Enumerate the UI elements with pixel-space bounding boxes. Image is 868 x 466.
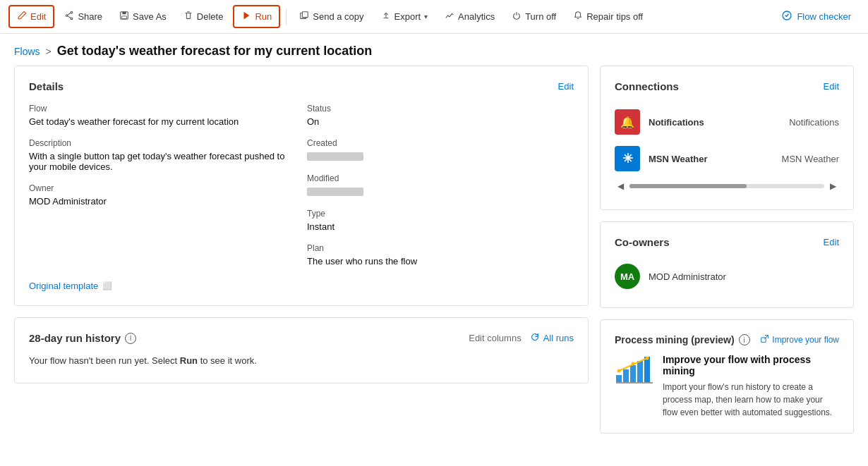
detail-plan: Plan The user who runs the flow (307, 243, 574, 266)
process-mining-text: Improve your flow with process mining Im… (663, 354, 839, 419)
detail-flow-label: Flow (29, 104, 296, 114)
detail-created-label: Created (307, 138, 574, 148)
run-history-title: 28-day run history (29, 332, 121, 344)
delete-icon (183, 11, 193, 23)
process-mining-heading: Improve your flow with process mining (663, 354, 839, 376)
process-mining-card: Process mining (preview) i Improve your … (600, 319, 854, 434)
process-mining-content: Improve your flow with process mining Im… (615, 354, 839, 419)
connection-msn-name: MSN Weather (649, 154, 773, 164)
send-copy-button[interactable]: Send a copy (292, 6, 370, 27)
analytics-icon (445, 11, 454, 23)
scroll-track (629, 184, 824, 188)
svg-marker-11 (244, 12, 250, 20)
co-owners-edit-link[interactable]: Edit (824, 237, 839, 247)
detail-owner: Owner MOD Administrator (29, 183, 296, 207)
repair-tips-button[interactable]: Repair tips off (566, 6, 650, 27)
notifications-icon: 🔔 (615, 109, 640, 135)
connections-card: Connections Edit 🔔 Notifications Notific… (600, 66, 854, 210)
detail-owner-label: Owner (29, 183, 296, 193)
improve-flow-link[interactable]: Improve your flow (760, 334, 839, 345)
svg-line-3 (68, 13, 71, 15)
connection-item-notifications: 🔔 Notifications Notifications (615, 104, 839, 140)
run-history-title-group: 28-day run history i (29, 332, 136, 344)
svg-point-1 (71, 18, 73, 20)
detail-description: Description With a single button tap get… (29, 138, 296, 172)
run-history-card: 28-day run history i Edit columns All ru… (14, 317, 589, 384)
breadcrumb: Flows > Get today's weather forecast for… (0, 34, 868, 66)
left-panel: Details Edit Flow Get today's weather fo… (14, 66, 589, 434)
export-chevron-icon: ▾ (424, 13, 428, 20)
run-button[interactable]: Run (233, 5, 280, 28)
edit-columns-button[interactable]: Edit columns (469, 333, 521, 343)
export-icon (381, 11, 391, 23)
analytics-button[interactable]: Analytics (438, 6, 502, 27)
refresh-icon (530, 332, 540, 344)
run-history-info-icon[interactable]: i (125, 333, 136, 344)
process-mining-info-icon[interactable]: i (739, 334, 750, 345)
details-left-col: Flow Get today's weather forecast for my… (29, 104, 296, 266)
avatar: MA (615, 264, 640, 289)
svg-rect-22 (644, 357, 650, 384)
detail-owner-value: MOD Administrator (29, 196, 296, 207)
connection-item-msn-weather: ✳ MSN Weather MSN Weather (615, 140, 839, 177)
co-owners-title: Co-owners (615, 236, 670, 248)
detail-flow-value: Get today's weather forecast for my curr… (29, 116, 296, 127)
connections-card-header: Connections Edit (615, 80, 839, 92)
detail-modified-value (307, 188, 363, 196)
co-owner-name: MOD Administrator (649, 271, 726, 282)
svg-rect-19 (623, 369, 629, 384)
scroll-thumb (629, 184, 747, 188)
details-title: Details (29, 80, 64, 92)
toolbar-separator-1 (286, 8, 287, 25)
edit-button[interactable]: Edit (8, 5, 54, 28)
detail-created: Created (307, 138, 574, 162)
share-button[interactable]: Share (57, 6, 109, 27)
svg-point-0 (71, 11, 73, 13)
svg-rect-23 (616, 382, 653, 384)
detail-modified-label: Modified (307, 173, 574, 183)
delete-button[interactable]: Delete (176, 6, 231, 27)
power-icon (512, 11, 522, 23)
detail-created-value (307, 152, 363, 161)
detail-type-label: Type (307, 209, 574, 219)
edit-icon (17, 11, 27, 23)
breadcrumb-flows-link[interactable]: Flows (14, 46, 40, 57)
svg-rect-7 (122, 16, 127, 19)
scroll-right-arrow[interactable]: ▶ (827, 180, 839, 192)
toolbar: Edit Share Save As Delete Run Send a cop… (0, 0, 868, 34)
process-mining-title: Process mining (preview) (615, 334, 735, 345)
svg-rect-6 (122, 12, 126, 15)
scroll-left-arrow[interactable]: ◀ (615, 180, 627, 192)
svg-point-26 (632, 362, 635, 366)
detail-status-label: Status (307, 104, 574, 114)
save-as-button[interactable]: Save As (112, 6, 174, 27)
right-panel: Connections Edit 🔔 Notifications Notific… (600, 66, 854, 434)
msn-weather-icon: ✳ (615, 146, 640, 171)
original-template-link[interactable]: Original template ⬜ (29, 281, 574, 291)
svg-rect-13 (303, 12, 308, 18)
svg-line-17 (765, 336, 768, 339)
process-mining-description: Import your flow's run history to create… (663, 381, 839, 419)
detail-description-label: Description (29, 138, 296, 148)
breadcrumb-current-page: Get today's weather forecast for my curr… (57, 44, 372, 59)
turn-off-button[interactable]: Turn off (505, 6, 563, 27)
connections-title: Connections (615, 80, 679, 92)
details-card: Details Edit Flow Get today's weather fo… (14, 66, 589, 306)
export-button[interactable]: Export ▾ (374, 6, 435, 27)
main-content: Details Edit Flow Get today's weather fo… (0, 66, 868, 448)
details-edit-link[interactable]: Edit (558, 81, 574, 92)
connection-notifications-label: Notifications (789, 117, 839, 128)
bell-icon (573, 11, 583, 23)
save-as-icon (119, 11, 129, 23)
detail-type: Type Instant (307, 209, 574, 232)
svg-line-4 (68, 16, 71, 18)
flow-checker-button[interactable]: Flow checker (773, 6, 860, 27)
details-grid: Flow Get today's weather forecast for my… (29, 104, 574, 266)
external-link-icon: ⬜ (102, 281, 112, 290)
run-history-header: 28-day run history i Edit columns All ru… (29, 332, 574, 344)
detail-type-value: Instant (307, 221, 574, 232)
svg-point-25 (617, 369, 621, 373)
all-runs-button[interactable]: All runs (530, 332, 574, 344)
detail-status-value: On (307, 116, 574, 127)
connections-edit-link[interactable]: Edit (824, 81, 839, 92)
